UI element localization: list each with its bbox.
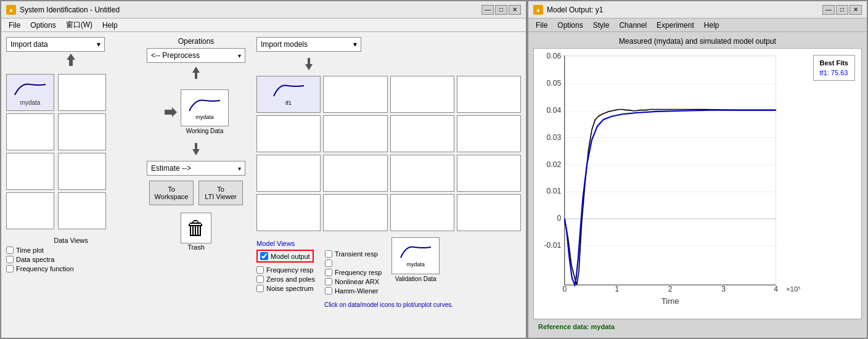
right-menu-experiment[interactable]: Experiment bbox=[652, 20, 699, 31]
freq-function-label: Frequency function bbox=[16, 265, 74, 272]
model-slot-2[interactable] bbox=[323, 76, 387, 113]
zeros-poles-checkbox[interactable] bbox=[256, 276, 264, 283]
working-data-box: mydata Working Data bbox=[181, 89, 229, 134]
working-data-slot[interactable]: mydata bbox=[181, 89, 229, 126]
right-menu-channel[interactable]: Channel bbox=[614, 20, 652, 31]
import-models-arrow-icon: ▾ bbox=[353, 40, 357, 49]
data-spectra-checkbox[interactable] bbox=[6, 256, 14, 263]
svg-text:2: 2 bbox=[668, 285, 673, 293]
model-slot-5[interactable] bbox=[256, 115, 321, 152]
nonlinear-arx-checkbox[interactable] bbox=[325, 278, 332, 285]
model-slot-15[interactable] bbox=[390, 194, 454, 231]
noise-spectrum-checkbox[interactable] bbox=[256, 285, 264, 292]
data-slot-7[interactable] bbox=[6, 192, 54, 229]
model-slot-11[interactable] bbox=[390, 155, 454, 192]
menu-file[interactable]: File bbox=[4, 20, 25, 31]
model-views-right: Transient resp Frequency resp Frequency … bbox=[325, 237, 382, 296]
import-models-dropdown[interactable]: Import models ▾ bbox=[256, 37, 361, 52]
trash-label: Trash bbox=[187, 243, 205, 251]
svg-marker-1 bbox=[192, 67, 200, 79]
svg-text:0.03: 0.03 bbox=[547, 133, 562, 142]
transient-resp-checkbox[interactable] bbox=[325, 250, 332, 258]
model-slot-9[interactable] bbox=[256, 155, 321, 192]
model-slot-8[interactable] bbox=[457, 115, 521, 152]
trash-icon[interactable]: 🗑 bbox=[181, 213, 211, 243]
up-arrow bbox=[187, 65, 205, 84]
model-slot-6[interactable] bbox=[323, 115, 387, 152]
nonlinear-arx-label: Nonlinear ARX bbox=[335, 278, 379, 285]
window-controls: — □ ✕ bbox=[481, 5, 521, 15]
best-fits-value: tf1: 75.63 bbox=[820, 69, 848, 76]
validation-slot[interactable]: mydata bbox=[391, 237, 440, 274]
close-button[interactable]: ✕ bbox=[509, 5, 521, 15]
right-app-icon: ▲ bbox=[533, 5, 543, 15]
data-slot-mydata[interactable]: mydata bbox=[6, 74, 54, 111]
right-maximize-button[interactable]: □ bbox=[836, 5, 848, 15]
hamm-wiener-checkbox[interactable] bbox=[325, 287, 332, 295]
data-slot-8[interactable] bbox=[58, 192, 106, 229]
preprocess-arrow-icon: ▾ bbox=[238, 52, 241, 59]
trash-section: 🗑 Trash bbox=[181, 213, 211, 251]
model-slot-grid: tf1 bbox=[256, 76, 521, 231]
menu-options[interactable]: Options bbox=[25, 20, 60, 31]
right-arrow-icon bbox=[163, 105, 178, 120]
data-slot-3[interactable] bbox=[6, 113, 54, 150]
click-hint: Click on data/model icons to plot/unplot… bbox=[256, 301, 521, 308]
estimate-dropdown[interactable]: Estimate --> ▾ bbox=[147, 161, 245, 176]
svg-text:0.01: 0.01 bbox=[547, 187, 562, 195]
data-slot-6[interactable] bbox=[58, 153, 106, 190]
freq-resp2-checkbox[interactable] bbox=[325, 269, 332, 276]
validation-data-label: Validation Data bbox=[395, 276, 436, 282]
freq-resp-checkbox[interactable] bbox=[325, 259, 332, 267]
model-slot-4[interactable] bbox=[457, 76, 521, 113]
right-menu-help[interactable]: Help bbox=[699, 20, 724, 31]
svg-text:0: 0 bbox=[557, 214, 561, 223]
model-slot-14[interactable] bbox=[323, 194, 387, 231]
time-plot-checkbox[interactable] bbox=[6, 247, 14, 254]
to-workspace-button[interactable]: To Workspace bbox=[149, 181, 194, 205]
svg-text:Time: Time bbox=[661, 296, 679, 306]
data-slot-2[interactable] bbox=[58, 74, 106, 111]
zeros-poles-row: Zeros and poles bbox=[256, 276, 315, 283]
minimize-button[interactable]: — bbox=[481, 5, 494, 15]
data-slot-label: mydata bbox=[20, 99, 41, 106]
right-menu-style[interactable]: Style bbox=[588, 20, 615, 31]
right-close-button[interactable]: ✕ bbox=[850, 5, 862, 15]
maximize-button[interactable]: □ bbox=[495, 5, 507, 15]
model-resids-checkbox[interactable] bbox=[256, 266, 264, 274]
right-minimize-button[interactable]: — bbox=[822, 5, 835, 15]
validation-slot-label: mydata bbox=[407, 261, 425, 268]
svg-marker-3 bbox=[192, 143, 200, 155]
right-menu-options[interactable]: Options bbox=[552, 20, 588, 31]
models-panel: Import models ▾ tf1 bbox=[256, 37, 521, 333]
model-output-checkbox[interactable] bbox=[260, 252, 268, 260]
estimate-arrow-icon: ▾ bbox=[238, 165, 241, 172]
model-slot-16[interactable] bbox=[457, 194, 521, 231]
workspace-row: To Workspace To LTI Viewer bbox=[149, 181, 243, 205]
best-fits-title: Best Fits bbox=[820, 59, 848, 67]
operations-panel: Operations <-- Preprocess ▾ bbox=[141, 37, 252, 333]
import-data-dropdown[interactable]: Import data ▾ bbox=[6, 37, 105, 52]
menu-help[interactable]: Help bbox=[97, 20, 123, 31]
model-slot-7[interactable] bbox=[390, 115, 454, 152]
svg-marker-4 bbox=[305, 58, 313, 70]
model-slot-12[interactable] bbox=[457, 155, 521, 192]
freq-function-row: Frequency function bbox=[6, 265, 136, 272]
freq-resp-row: Frequency resp bbox=[325, 259, 382, 267]
to-lti-viewer-button[interactable]: To LTI Viewer bbox=[199, 181, 243, 205]
right-menu-file[interactable]: File bbox=[531, 20, 552, 31]
freq-function-checkbox[interactable] bbox=[6, 265, 14, 272]
data-slot-5[interactable] bbox=[6, 153, 54, 190]
model-slot-3[interactable] bbox=[390, 76, 454, 113]
chart-title: Measured (mydata) and simulated model ou… bbox=[619, 37, 776, 46]
preprocess-label: <-- Preprocess bbox=[151, 51, 200, 60]
model-slot-tf1[interactable]: tf1 bbox=[256, 76, 321, 113]
import-models-label: Import models bbox=[261, 40, 308, 49]
data-slot-4[interactable] bbox=[58, 113, 106, 150]
preprocess-dropdown[interactable]: <-- Preprocess ▾ bbox=[147, 48, 245, 63]
data-spectra-label: Data spectra bbox=[16, 256, 54, 263]
model-slot-13[interactable] bbox=[256, 194, 321, 231]
menu-window[interactable]: 窗口(W) bbox=[61, 18, 97, 31]
svg-text:0.06: 0.06 bbox=[547, 52, 562, 60]
model-slot-10[interactable] bbox=[323, 155, 387, 192]
